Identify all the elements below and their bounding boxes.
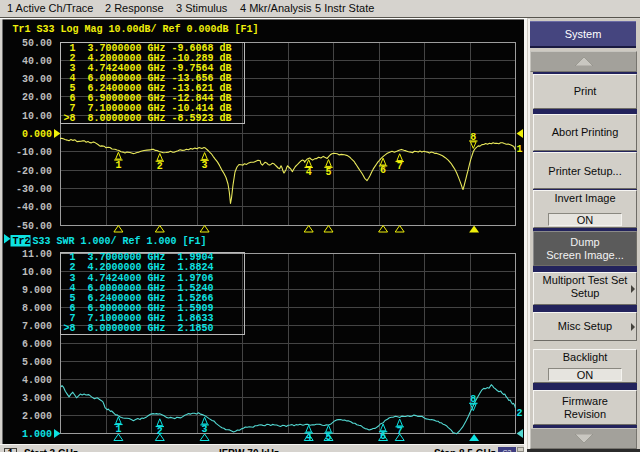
svg-text:6.000: 6.000 <box>22 339 52 350</box>
svg-text:>8 8.0000000 GHz 2.1850: >8 8.0000000 GHz 2.1850 <box>64 323 214 334</box>
svg-text:S33 SWR 1.000/ Ref 1.000 [F1]: S33 SWR 1.000/ Ref 1.000 [F1] <box>33 236 207 247</box>
svg-text:-50.00: -50.00 <box>16 221 52 232</box>
svg-text:-20.00: -20.00 <box>16 166 52 177</box>
svg-text:2: 2 <box>517 408 523 419</box>
svg-text:4: 4 <box>306 167 312 178</box>
svg-text:-10.00: -10.00 <box>16 147 52 158</box>
svg-text:3.000: 3.000 <box>22 393 52 404</box>
svg-text:2.000: 2.000 <box>22 411 52 422</box>
svg-text:2: 2 <box>157 161 163 172</box>
svg-text:1.000: 1.000 <box>22 429 52 440</box>
svg-text:6: 6 <box>380 165 386 176</box>
svg-text:1: 1 <box>517 144 523 155</box>
svg-text:2: 2 <box>157 426 163 437</box>
svg-text:7: 7 <box>397 426 403 437</box>
svg-text:9.000: 9.000 <box>22 285 52 296</box>
svg-text:8: 8 <box>470 132 476 143</box>
svg-text:-30.00: -30.00 <box>16 184 52 195</box>
svg-text:20.00: 20.00 <box>22 92 52 103</box>
svg-text:Tr2: Tr2 <box>13 236 31 247</box>
svg-text:Tr1 S33 Log Mag 10.00dB/ Ref 0: Tr1 S33 Log Mag 10.00dB/ Ref 0.000dB [F1… <box>13 24 259 35</box>
svg-text:50.00: 50.00 <box>22 38 52 49</box>
svg-text:10.00: 10.00 <box>22 267 52 278</box>
svg-text:7.000: 7.000 <box>22 321 52 332</box>
svg-text:5: 5 <box>325 167 331 178</box>
svg-text:-40.00: -40.00 <box>16 202 52 213</box>
svg-text:4.000: 4.000 <box>22 375 52 386</box>
svg-text:7: 7 <box>397 161 403 172</box>
svg-text:1: 1 <box>115 160 121 171</box>
svg-text:40.00: 40.00 <box>22 56 52 67</box>
svg-text:5.000: 5.000 <box>22 357 52 368</box>
svg-text:8: 8 <box>470 394 476 405</box>
svg-text:30.00: 30.00 <box>22 74 52 85</box>
svg-text:8.000: 8.000 <box>22 303 52 314</box>
svg-text:0.000: 0.000 <box>22 129 52 140</box>
svg-text:10.00: 10.00 <box>22 111 52 122</box>
svg-text:11.00: 11.00 <box>22 249 52 260</box>
svg-text:>8 8.0000000 GHz -8.5923 dB: >8 8.0000000 GHz -8.5923 dB <box>64 113 232 124</box>
svg-text:3: 3 <box>202 160 208 171</box>
